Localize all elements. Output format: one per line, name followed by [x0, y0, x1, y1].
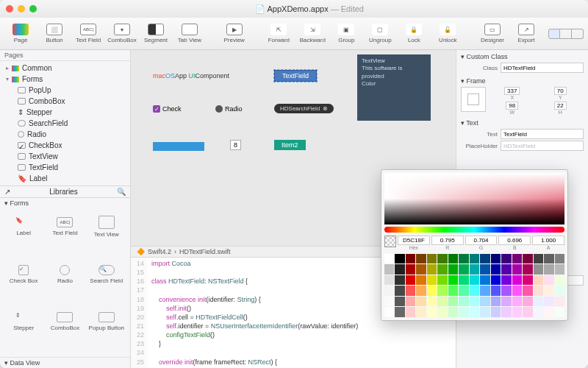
color-swatch[interactable]: [416, 297, 426, 306]
color-swatch[interactable]: [448, 275, 458, 285]
color-swatch[interactable]: [544, 297, 553, 306]
color-swatch[interactable]: [512, 297, 522, 306]
color-swatch[interactable]: [384, 275, 394, 285]
color-swatch[interactable]: [544, 307, 553, 316]
canvas-checkbox[interactable]: ✓Check: [153, 105, 182, 113]
color-swatch[interactable]: [555, 254, 564, 263]
color-swatch[interactable]: [555, 275, 564, 285]
canvas-segment[interactable]: [153, 142, 204, 151]
class-input[interactable]: HDTextField: [501, 63, 584, 73]
expand-icon[interactable]: ↗: [4, 188, 10, 196]
unlock-button[interactable]: 🔓Unlock: [431, 19, 464, 49]
canvas-textview[interactable]: TextView This software is provided Color: [357, 54, 431, 121]
tree-item-forms[interactable]: ▾Forms: [0, 74, 130, 85]
color-swatch[interactable]: [512, 307, 522, 316]
color-swatch[interactable]: [512, 254, 522, 263]
text-input[interactable]: TextField: [501, 129, 584, 139]
lib-checkbox[interactable]: ✓Check Box: [3, 259, 44, 290]
color-swatch[interactable]: [523, 286, 532, 295]
tabview-tool[interactable]: Tab View: [173, 19, 206, 49]
color-swatch[interactable]: [555, 264, 564, 274]
color-swatch[interactable]: [459, 275, 468, 285]
color-swatch[interactable]: [491, 254, 501, 263]
color-swatch[interactable]: [437, 297, 447, 306]
color-swatch[interactable]: [427, 307, 437, 316]
group-button[interactable]: ▣Group: [330, 19, 362, 49]
color-swatch[interactable]: [395, 307, 404, 316]
color-swatch[interactable]: [480, 297, 490, 306]
color-swatch[interactable]: [448, 286, 458, 295]
r-input[interactable]: [431, 236, 464, 245]
color-swatch[interactable]: [395, 264, 404, 274]
color-swatch[interactable]: [555, 307, 564, 316]
color-swatch[interactable]: [437, 254, 447, 263]
color-swatch[interactable]: [395, 297, 404, 306]
color-swatch[interactable]: [491, 286, 501, 295]
color-swatch[interactable]: [459, 286, 468, 295]
tree-item-combobox[interactable]: ComboBox: [0, 96, 130, 107]
color-swatch[interactable]: [395, 254, 404, 263]
eyedropper-icon[interactable]: [384, 236, 396, 247]
frame-h-input[interactable]: 22: [554, 102, 567, 110]
color-swatch[interactable]: [555, 286, 564, 295]
tree-item-stepper[interactable]: ⇕Stepper: [0, 107, 130, 118]
color-swatch[interactable]: [534, 254, 543, 263]
lib-popup[interactable]: Popup Button: [86, 306, 127, 337]
color-swatch[interactable]: [427, 297, 437, 306]
color-swatch[interactable]: [437, 275, 447, 285]
lib-textfield[interactable]: ABC|Text Field: [44, 211, 85, 242]
color-swatch[interactable]: [459, 307, 468, 316]
g-input[interactable]: [465, 236, 498, 245]
tree-item-common[interactable]: ▸Common: [0, 63, 130, 74]
page-button[interactable]: Page: [4, 19, 37, 49]
backward-button[interactable]: ⇲Backward: [296, 19, 329, 49]
button-tool[interactable]: ⬜Button: [38, 19, 71, 49]
color-swatch[interactable]: [470, 264, 479, 274]
color-swatch[interactable]: [427, 254, 437, 263]
color-swatch[interactable]: [384, 307, 394, 316]
color-swatch[interactable]: [384, 264, 394, 274]
search-icon[interactable]: 🔍: [117, 188, 126, 196]
color-swatch[interactable]: [470, 307, 479, 316]
color-swatch[interactable]: [416, 264, 426, 274]
color-swatch[interactable]: [480, 275, 490, 285]
export-button[interactable]: ↗Export: [510, 19, 542, 49]
color-swatch[interactable]: [384, 286, 394, 295]
color-swatch[interactable]: [523, 254, 532, 263]
frame-x-input[interactable]: 337: [504, 87, 520, 95]
code-text[interactable]: import Cocoa class HDTextField: NSTextFi…: [147, 258, 362, 368]
lib-searchfield[interactable]: 🔍Search Field: [86, 259, 127, 290]
combobox-tool[interactable]: ▾ComboBox: [106, 19, 138, 49]
color-swatch[interactable]: [470, 297, 479, 306]
panel-left-toggle[interactable]: [548, 29, 560, 39]
lib-radio[interactable]: Radio: [44, 259, 85, 290]
canvas-combobox[interactable]: Item2: [274, 140, 306, 150]
tree-item-textfield[interactable]: TextField: [0, 162, 130, 173]
color-swatch[interactable]: [459, 264, 468, 274]
tree-item-label[interactable]: 🔖Label: [0, 173, 130, 184]
color-swatch[interactable]: [437, 307, 447, 316]
lib-label[interactable]: 🔖Label: [3, 211, 44, 242]
color-swatch[interactable]: [523, 264, 532, 274]
color-swatch[interactable]: [416, 275, 426, 285]
color-swatch[interactable]: [459, 297, 468, 306]
preview-button[interactable]: ▶Preview: [218, 19, 251, 49]
forward-button[interactable]: ⇱Forward: [262, 19, 295, 49]
color-swatch[interactable]: [534, 275, 543, 285]
tree-item-radio[interactable]: Radio: [0, 129, 130, 140]
color-swatch[interactable]: [491, 264, 501, 274]
canvas-searchfield[interactable]: HDSearchField⊗: [274, 104, 334, 113]
color-swatch[interactable]: [459, 254, 468, 263]
color-gradient[interactable]: [384, 173, 564, 224]
color-swatch[interactable]: [491, 307, 501, 316]
frame-w-input[interactable]: 98: [506, 102, 518, 110]
lock-button[interactable]: 🔒Lock: [398, 19, 430, 49]
color-swatch[interactable]: [395, 286, 404, 295]
color-swatch[interactable]: [534, 286, 543, 295]
color-swatch[interactable]: [555, 297, 564, 306]
color-swatch[interactable]: [480, 254, 490, 263]
color-swatch[interactable]: [470, 286, 479, 295]
tree-item-textview[interactable]: TextView: [0, 151, 130, 162]
canvas-label[interactable]: macOSApp UIComponent: [153, 72, 229, 79]
color-swatch[interactable]: [501, 297, 511, 306]
